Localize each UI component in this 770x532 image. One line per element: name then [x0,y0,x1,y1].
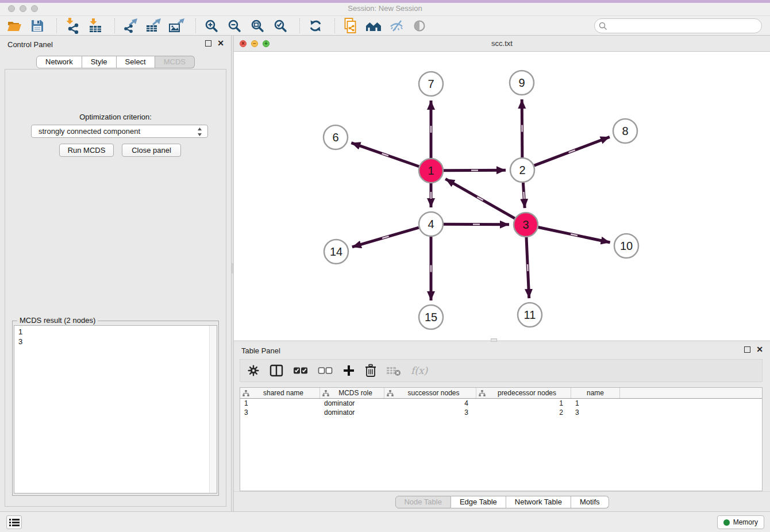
close-panel-icon[interactable]: ✕ [217,40,224,47]
close-panel-icon[interactable]: ✕ [756,346,763,353]
toolbar-separator [334,18,335,33]
eye-icon [413,19,426,33]
tab-style[interactable]: Style [82,56,117,68]
memory-label: Memory [733,518,758,526]
delete-column-button[interactable] [365,364,376,377]
open-session-button[interactable] [5,17,24,34]
graph-node-label-7: 7 [428,78,434,90]
splitter-grip[interactable] [491,338,497,342]
result-scrollbar[interactable] [209,326,217,493]
table-row[interactable]: 3dominator323 [240,408,762,417]
import-table-button[interactable] [86,17,105,34]
import-table-icon [88,18,103,33]
tab-network-table[interactable]: Network Table [506,496,571,508]
edge-label-tick [471,169,478,171]
float-panel-icon[interactable] [205,40,211,47]
tab-node-table[interactable]: Node Table [395,496,451,508]
os-titlebar: Session: New Session [0,0,770,16]
trash-icon [365,364,376,377]
column-header-successor-nodes[interactable]: successor nodes [384,388,476,398]
column-header-name[interactable]: name [571,388,620,398]
table-cell[interactable]: 1 [571,399,620,408]
table-row[interactable]: 1dominator411 [240,399,762,408]
export-table-button[interactable] [144,17,163,34]
mcds-result-list[interactable]: 13 [14,325,217,494]
graph-node-label-14: 14 [330,245,342,258]
table-header-row: shared nameMCDS rolesuccessor nodesprede… [240,388,762,399]
column-header-predecessor-nodes[interactable]: predecessor nodes [476,388,571,398]
table-cell[interactable]: 2 [476,408,571,417]
top-accent-strip [0,0,770,3]
edge-label-tick [527,264,529,271]
search-field-wrap [594,18,762,33]
table-cell[interactable]: dominator [320,408,384,417]
list-icon [9,518,20,527]
tab-network[interactable]: Network [36,56,82,68]
export-image-button[interactable] [167,17,186,34]
plus-icon [342,364,355,377]
table-cell[interactable]: 4 [384,399,476,408]
splitter-grip[interactable] [232,263,233,273]
node-table[interactable]: shared nameMCDS rolesuccessor nodesprede… [240,387,763,491]
table-cell[interactable]: 3 [571,408,620,417]
float-panel-icon[interactable] [744,346,750,353]
table-cell[interactable]: 1 [476,399,571,408]
search-input[interactable] [594,18,762,33]
table-body: 1dominator4113dominator323 [240,399,762,417]
close-panel-button[interactable]: Close panel [122,144,181,157]
zoom-in-icon [205,19,218,33]
tab-edge-table[interactable]: Edge Table [451,496,506,508]
save-session-button[interactable] [28,17,47,34]
first-neighbors-button[interactable] [364,17,383,34]
deselect-all-columns-button[interactable] [318,366,333,375]
zoom-out-button[interactable] [225,17,244,34]
create-column-button[interactable] [342,364,355,377]
export-network-button[interactable] [121,17,140,34]
graph-node-label-2: 2 [519,164,525,176]
column-header-mcds-role[interactable]: MCDS role [320,388,384,398]
hide-graphics-details-button[interactable] [387,17,406,34]
checked-boxes-icon [293,366,308,375]
zoom-in-button[interactable] [202,17,221,34]
tab-motifs[interactable]: Motifs [571,496,609,508]
table-cell[interactable]: dominator [320,399,384,408]
unchecked-boxes-icon [318,366,333,375]
toolbar-separator [56,18,57,33]
tab-mcds[interactable]: MCDS [155,56,195,68]
memory-button[interactable]: Memory [717,515,764,529]
control-panel-tabs: NetworkStyleSelectMCDS [36,56,195,68]
run-mcds-button[interactable]: Run MCDS [59,144,114,157]
delete-table-icon [386,365,401,376]
zoom-selected-button[interactable] [271,17,290,34]
show-graphics-details-button[interactable] [410,17,429,34]
save-floppy-icon [30,19,44,33]
table-toolbar: f(x) [240,359,763,382]
table-cell[interactable]: 3 [240,408,320,417]
window-title: Session: New Session [0,4,770,13]
export-table-icon [145,18,161,33]
delete-table-button[interactable] [386,365,401,376]
main-area: Control Panel ✕ NetworkStyleSelectMCDS O… [0,36,770,511]
zoom-fit-button[interactable] [248,17,267,34]
show-panels-button[interactable] [6,515,22,529]
apply-layout-button[interactable] [306,17,325,34]
toolbar-separator [299,18,300,33]
graph-node-label-9: 9 [518,76,525,89]
network-graph[interactable]: 7968124314101511 [234,52,770,340]
criterion-select[interactable]: strongly connected component [31,125,208,138]
edge-label-tick [430,192,432,199]
column-browser-button[interactable] [270,364,283,377]
table-settings-button[interactable] [247,364,260,377]
column-header-shared-name[interactable]: shared name [240,388,320,398]
new-network-from-selection-button[interactable] [341,17,360,34]
result-line: 3 [18,337,22,346]
select-all-columns-button[interactable] [293,366,308,375]
table-cell[interactable]: 3 [384,408,476,417]
edge-label-tick [521,125,523,132]
tab-select[interactable]: Select [117,56,155,68]
function-builder-button[interactable]: f(x) [411,365,428,376]
import-network-button[interactable] [63,17,82,34]
criterion-value: strongly connected component [38,127,140,136]
table-cell[interactable]: 1 [240,399,320,408]
table-tabs: Node TableEdge TableNetwork TableMotifs [395,496,609,508]
